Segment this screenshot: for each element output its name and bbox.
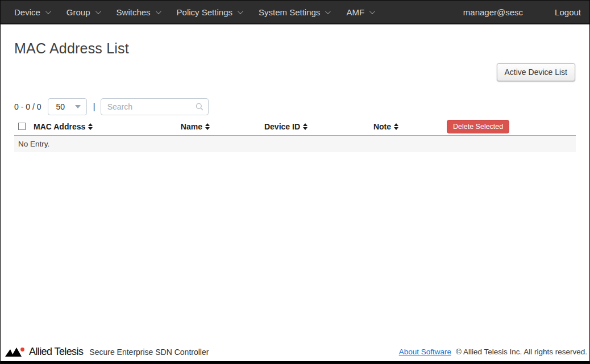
select-dropdown-arrow-icon	[75, 105, 81, 108]
nav-item-switches[interactable]: Switches	[117, 7, 160, 17]
active-device-list-button[interactable]: Active Device List	[497, 63, 575, 81]
nav-item-amf[interactable]: AMF	[346, 7, 373, 17]
logout-button[interactable]: Logout	[555, 7, 581, 17]
bottom-border-bar	[1, 361, 589, 363]
footer-right: About Software © Allied Telesis Inc. All…	[399, 348, 587, 356]
search-input[interactable]	[101, 98, 209, 115]
nav-item-group[interactable]: Group	[67, 7, 99, 17]
nav-item-label: Device	[14, 7, 40, 17]
column-header-device-id[interactable]: Device ID	[210, 122, 308, 131]
select-all-checkbox[interactable]	[18, 123, 26, 130]
column-label: Name	[181, 122, 202, 131]
nav-item-label: Policy Settings	[177, 7, 232, 17]
column-label: MAC Address	[34, 122, 85, 131]
sort-icon	[394, 123, 398, 130]
column-header-mac-address[interactable]: MAC Address	[34, 122, 176, 131]
nav-item-label: System Settings	[259, 7, 320, 17]
navbar-right: manager@sesc Logout	[463, 7, 581, 17]
nav-item-device[interactable]: Device	[14, 7, 49, 17]
chevron-down-icon	[156, 9, 161, 14]
table-empty-row: No Entry.	[14, 135, 576, 152]
controls-separator: |	[93, 102, 95, 112]
column-header-note[interactable]: Note	[308, 122, 398, 131]
allied-telesis-logo: Allied Telesis	[5, 346, 83, 358]
page-size-value: 50	[56, 102, 65, 111]
copyright-text: © Allied Telesis Inc. All rights reserve…	[456, 348, 587, 356]
list-controls: 0 - 0 / 0 50 |	[14, 98, 209, 115]
sort-icon	[205, 123, 210, 130]
brand-name: Allied Telesis	[29, 346, 83, 358]
page-size-select[interactable]: 50	[48, 98, 87, 115]
sort-icon	[303, 123, 308, 130]
select-all-cell	[14, 123, 34, 130]
logged-in-user: manager@sesc	[463, 7, 523, 17]
chevron-down-icon	[238, 9, 243, 14]
nav-item-system-settings[interactable]: System Settings	[259, 7, 329, 17]
column-header-name[interactable]: Name	[176, 122, 210, 131]
column-label: Device ID	[264, 122, 300, 131]
chevron-down-icon	[95, 9, 101, 14]
page-title: MAC Address List	[14, 40, 129, 57]
chevron-down-icon	[325, 9, 331, 14]
nav-menu: Device Group Switches Policy Settings Sy…	[14, 7, 373, 17]
app-window: Device Group Switches Policy Settings Sy…	[0, 0, 590, 364]
footer: Allied Telesis Secure Enterprise SDN Con…	[1, 342, 589, 361]
nav-item-policy-settings[interactable]: Policy Settings	[177, 7, 242, 17]
delete-selected-cell: Delete Selected	[398, 120, 576, 133]
sort-icon	[88, 123, 93, 130]
column-label: Note	[373, 122, 391, 131]
product-name: Secure Enterprise SDN Controller	[89, 348, 209, 357]
delete-selected-button[interactable]: Delete Selected	[447, 120, 509, 133]
about-software-link[interactable]: About Software	[399, 348, 451, 356]
pagination-range: 0 - 0 / 0	[14, 102, 41, 111]
nav-item-label: AMF	[346, 7, 364, 17]
nav-item-label: Switches	[117, 7, 151, 17]
table-header: MAC Address Name Device ID Note Delete S…	[14, 119, 576, 134]
allied-telesis-logo-icon	[5, 347, 26, 357]
top-navbar: Device Group Switches Policy Settings Sy…	[1, 1, 589, 24]
chevron-down-icon	[45, 9, 51, 14]
nav-item-label: Group	[67, 7, 90, 17]
search-field-wrap	[101, 98, 209, 115]
chevron-down-icon	[369, 9, 375, 14]
